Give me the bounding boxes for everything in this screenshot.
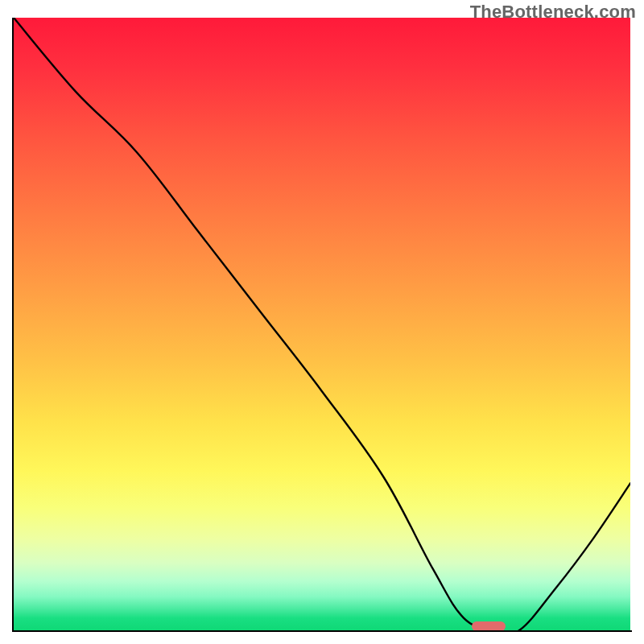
y-axis — [12, 18, 14, 632]
chart-wrapper: TheBottleneck.com — [0, 0, 644, 644]
plot-area — [14, 18, 630, 630]
bottleneck-curve — [14, 18, 630, 630]
watermark-text: TheBottleneck.com — [470, 2, 636, 23]
x-axis — [12, 630, 632, 632]
